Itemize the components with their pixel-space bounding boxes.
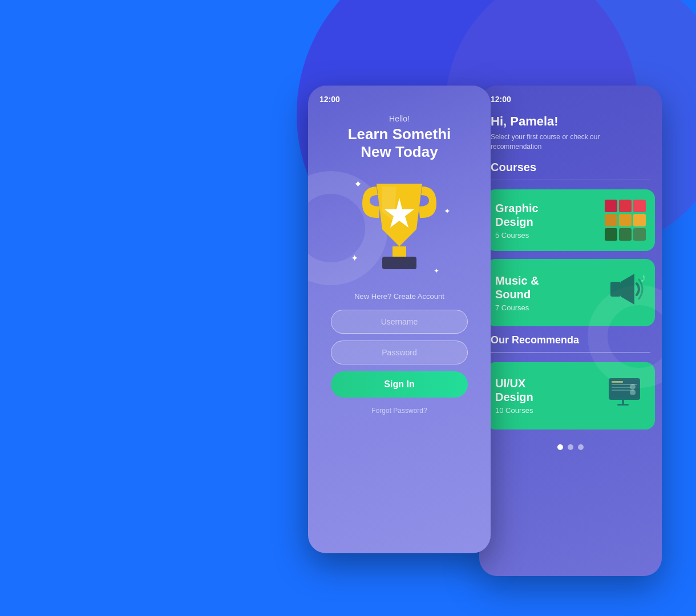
right-time: 12:00 [491,95,511,104]
dot-1[interactable] [557,444,563,450]
uiux-title: UI/UX Design [495,376,606,404]
trophy-svg [354,172,445,275]
greeting-hello: Hello! [319,114,479,123]
left-time: 12:00 [319,95,340,104]
color-block [619,200,632,212]
svg-rect-15 [617,404,629,406]
svg-marker-4 [621,274,634,305]
create-account-link[interactable]: New Here? Create Account [319,292,479,301]
hi-text: Hi, Pamela! [491,114,650,129]
courses-divider [491,180,650,181]
svg-rect-3 [610,282,621,297]
graphic-design-info: Graphic Design 5 Courses [495,201,605,240]
color-block [619,214,632,226]
password-input[interactable] [331,341,468,364]
svg-text:♪: ♪ [640,270,646,285]
carousel-dots [479,437,662,457]
sparkle-icon-4: ✦ [434,267,439,275]
color-block [619,228,632,241]
svg-rect-2 [382,257,416,269]
color-block [633,228,646,241]
dot-3[interactable] [578,444,584,450]
phones-container: 12:00 Hello! Learn Somethi New Today ✦ ✦… [308,86,696,599]
svg-point-12 [630,384,636,390]
graphic-design-title: Graphic Design [495,201,605,229]
uiux-count: 10 Courses [495,406,606,415]
right-status-bar: 12:00 [479,86,662,108]
headline: Learn Somethi New Today [319,125,479,161]
courses-section-title: Courses [479,161,662,180]
speaker-icon: ♪ [606,269,646,316]
screen-icon [606,372,646,419]
forgot-password-link[interactable]: Forgot Password? [319,407,479,415]
headline-line2: New Today [361,143,438,160]
color-block [633,214,646,226]
signin-button[interactable]: Sign In [331,371,468,398]
username-input[interactable] [331,310,468,334]
sparkle-icon-3: ✦ [351,253,358,264]
color-block [633,200,646,212]
uiux-design-card[interactable]: UI/UX Design 10 Courses [486,362,655,429]
sparkle-icon-1: ✦ [354,178,362,191]
svg-rect-1 [392,246,406,258]
phone-login: 12:00 Hello! Learn Somethi New Today ✦ ✦… [308,86,491,553]
svg-rect-8 [612,381,623,383]
right-greeting-section: Hi, Pamela! Select your first course or … [479,108,662,161]
svg-rect-14 [622,400,624,404]
dot-2[interactable] [568,444,573,450]
graphic-design-icon [605,200,646,241]
headline-line1: Learn Somethi [348,125,451,143]
color-block [605,214,617,226]
svg-rect-13 [630,390,636,395]
phone-dashboard: 12:00 Hi, Pamela! Select your first cour… [479,86,662,576]
music-sound-count: 7 Courses [495,303,606,312]
uiux-info: UI/UX Design 10 Courses [495,376,606,415]
music-sound-info: Music & Sound 7 Courses [495,274,606,312]
trophy-illustration: ✦ ✦ ✦ ✦ [348,172,451,286]
color-block [605,228,617,241]
svg-rect-10 [612,387,632,388]
graphic-design-count: 5 Courses [495,231,605,240]
music-sound-title: Music & Sound [495,274,606,301]
subtext: Select your first course or check our re… [491,132,650,152]
sparkle-icon-2: ✦ [444,206,451,216]
graphic-design-card[interactable]: Graphic Design 5 Courses [486,189,655,251]
left-status-bar: 12:00 [308,86,491,108]
color-block [605,200,617,212]
